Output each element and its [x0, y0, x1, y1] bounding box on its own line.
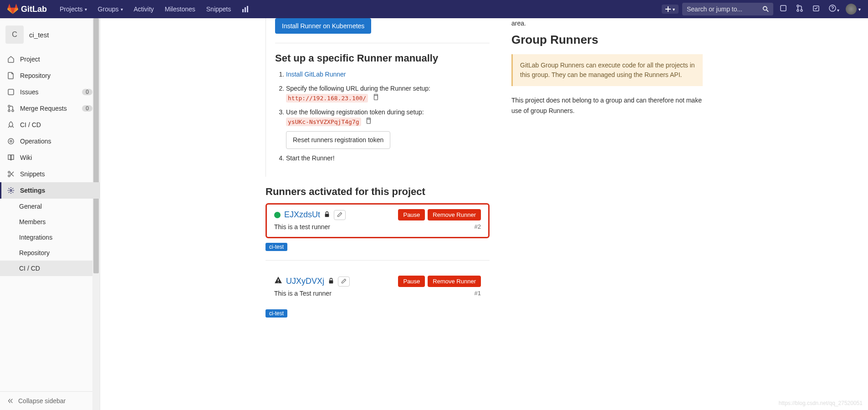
- runner-row: EJXzdsUt Pause Remove Runner This is a t…: [266, 203, 490, 238]
- watermark: https://blog.csdn.net/qq_27520051: [779, 400, 863, 406]
- brand-name: GitLab: [21, 5, 47, 14]
- svg-rect-0: [242, 9, 244, 12]
- project-name: ci_test: [29, 31, 49, 39]
- sidebar-item-label: Project: [20, 56, 40, 63]
- remove-runner-button[interactable]: Remove Runner: [428, 209, 481, 220]
- logo[interactable]: GitLab: [7, 4, 47, 15]
- project-avatar: C: [5, 26, 24, 44]
- sidebar-sub-ci-cd[interactable]: CI / CD: [0, 261, 100, 276]
- svg-point-18: [10, 190, 12, 191]
- runner-tag: ci-test: [266, 243, 287, 251]
- chevron-down-icon: ▾: [837, 8, 839, 13]
- remove-runner-button[interactable]: Remove Runner: [428, 276, 481, 287]
- runner-description: This is a test runner: [274, 223, 330, 231]
- step-4: Start the Runner!: [286, 154, 490, 163]
- scissors-icon: [7, 170, 15, 178]
- sidebar-item-ci-cd[interactable]: CI / CD: [0, 117, 100, 133]
- nav-activity[interactable]: Activity: [128, 5, 159, 13]
- sidebar-item-settings[interactable]: Settings: [0, 182, 100, 199]
- sidebar-nav: ProjectRepositoryIssues0Merge Requests0C…: [0, 51, 100, 391]
- sidebar-item-label: Snippets: [20, 170, 45, 178]
- todos-icon[interactable]: [810, 5, 822, 14]
- runner-id-link[interactable]: EJXzdsUt: [284, 210, 320, 220]
- group-runners-info: GitLab Group Runners can execute code fo…: [511, 54, 703, 86]
- sidebar-sub-general[interactable]: General: [0, 199, 100, 214]
- sidebar-item-label: Wiki: [20, 154, 32, 161]
- svg-point-13: [12, 110, 14, 112]
- nav-analytics-icon[interactable]: [236, 5, 255, 13]
- search-icon: [763, 6, 769, 12]
- no-group-text: This project does not belong to a group …: [511, 95, 703, 116]
- svg-point-12: [8, 110, 10, 112]
- issues-icon[interactable]: [777, 5, 790, 14]
- svg-rect-4: [781, 5, 786, 11]
- new-button[interactable]: ▾: [662, 5, 679, 14]
- copy-url-button[interactable]: [373, 94, 379, 102]
- left-column: Install Runner on Kubernetes Set up a sp…: [266, 18, 490, 392]
- home-icon: [7, 56, 15, 63]
- step-1: Install GitLab Runner: [286, 70, 490, 79]
- reset-token-button[interactable]: Reset runners registration token: [286, 131, 390, 149]
- runner-url-code: http://192.168.23.100/: [286, 94, 368, 102]
- svg-rect-10: [8, 89, 14, 95]
- nav-snippets[interactable]: Snippets: [201, 5, 236, 13]
- copy-token-button[interactable]: [365, 118, 372, 125]
- header-right: ▾ ▾ ▾: [662, 3, 861, 15]
- nav-groups-label: Groups: [98, 5, 119, 13]
- merge-requests-icon[interactable]: [793, 5, 806, 14]
- pause-runner-button[interactable]: Pause: [398, 209, 425, 220]
- sidebar-sub-repository[interactable]: Repository: [0, 245, 100, 261]
- manual-setup-title: Set up a specific Runner manually: [275, 52, 490, 64]
- svg-rect-22: [329, 280, 333, 283]
- sidebar-item-wiki[interactable]: Wiki: [0, 149, 100, 166]
- sidebar-item-label: Repository: [20, 72, 51, 79]
- gear-icon: [7, 187, 15, 194]
- step-3: Use the following registration token dur…: [286, 108, 490, 149]
- chevron-down-icon: ▾: [858, 7, 861, 12]
- sidebar-item-project[interactable]: Project: [0, 51, 100, 67]
- sidebar-sub-members[interactable]: Members: [0, 214, 100, 230]
- nav-groups[interactable]: Groups▾: [92, 5, 128, 13]
- sidebar-item-operations[interactable]: Operations: [0, 133, 100, 149]
- svg-point-6: [797, 10, 799, 11]
- merge-icon: [7, 105, 15, 112]
- search-box[interactable]: [682, 3, 773, 15]
- top-header: GitLab Projects▾ Groups▾ Activity Milest…: [0, 0, 868, 18]
- runners-list: EJXzdsUt Pause Remove Runner This is a t…: [266, 203, 490, 318]
- pause-runner-button[interactable]: Pause: [398, 276, 425, 287]
- runner-row: UJXyDVXj Pause Remove Runner This is a T…: [266, 270, 490, 305]
- sidebar-sub-integrations[interactable]: Integrations: [0, 230, 100, 245]
- install-kubernetes-button[interactable]: Install Runner on Kubernetes: [275, 18, 371, 34]
- count-badge: 0: [82, 105, 92, 112]
- runner-token-code: ysUKc-NsYVZXPqjT4g7g: [286, 118, 361, 126]
- edit-runner-button[interactable]: [334, 210, 346, 220]
- sidebar-item-snippets[interactable]: Snippets: [0, 166, 100, 182]
- search-input[interactable]: [687, 5, 763, 13]
- setup-steps: Install GitLab Runner Specify the follow…: [275, 70, 490, 163]
- book-icon: [7, 154, 15, 161]
- user-menu[interactable]: ▾: [846, 4, 861, 15]
- svg-point-14: [8, 138, 14, 144]
- lock-icon: [328, 277, 334, 285]
- project-header[interactable]: C ci_test: [0, 18, 100, 51]
- sidebar-item-repository[interactable]: Repository: [0, 67, 100, 84]
- step-3-text: Use the following registration token dur…: [286, 108, 424, 116]
- chevron-down-icon: ▾: [121, 7, 123, 12]
- status-warning-icon: [274, 276, 282, 287]
- collapse-sidebar[interactable]: Collapse sidebar: [0, 391, 100, 410]
- nav-projects[interactable]: Projects▾: [54, 5, 92, 13]
- status-online-icon: [274, 212, 281, 218]
- nav-milestones[interactable]: Milestones: [159, 5, 201, 13]
- svg-point-16: [8, 171, 10, 173]
- edit-runner-button[interactable]: [338, 277, 350, 287]
- area-text: area.: [511, 18, 703, 28]
- help-icon[interactable]: ▾: [826, 5, 842, 14]
- step-2-text: Specify the following URL during the Run…: [286, 85, 430, 92]
- sidebar-item-merge-requests[interactable]: Merge Requests0: [0, 100, 100, 117]
- runner-id-link[interactable]: UJXyDVXj: [286, 277, 324, 286]
- sidebar-item-issues[interactable]: Issues0: [0, 84, 100, 100]
- runner-number: #1: [475, 290, 481, 297]
- sidebar-item-label: Settings: [20, 187, 45, 194]
- install-runner-link[interactable]: Install GitLab Runner: [286, 71, 346, 78]
- count-badge: 0: [82, 89, 92, 95]
